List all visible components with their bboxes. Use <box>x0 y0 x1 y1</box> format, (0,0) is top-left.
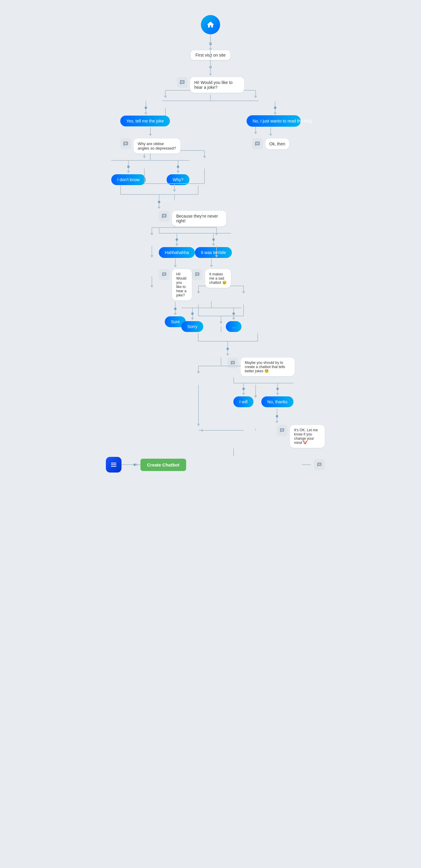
btn-create-chatbot[interactable]: Create Chatbot <box>140 459 186 471</box>
btn-no[interactable]: No, I just wanto to read the blog <box>247 115 301 127</box>
home-section <box>201 15 220 50</box>
create-chatbot-row: Create Chatbot <box>96 457 325 472</box>
after-reaction: Hi! Would you like to hear a joke? It <box>96 258 325 300</box>
bot-itsok-row: It's OK. Let me know if you change your … <box>277 425 325 448</box>
bot-icon-6 <box>192 269 203 280</box>
i-will-path <box>96 448 325 456</box>
first-visit-label: First visit on site <box>191 50 230 60</box>
bot-ok-bubble: Ok, then <box>265 138 290 149</box>
bot-icon-1 <box>177 77 188 88</box>
btn-yes[interactable]: Yes, tell me the joke <box>120 116 170 126</box>
bot-sad-row: It makes me a sad chatbot 😢 <box>192 269 231 288</box>
bot-icon-2 <box>120 138 131 149</box>
bot-itsok-bubble: It's OK. Let me know if you change your … <box>290 425 325 448</box>
bot-hi2-bubble: Hi! Would you like to hear a joke? <box>172 269 192 300</box>
converge-because: Because they're never right! <box>96 186 325 226</box>
branch-hi: Yes, tell me the joke No, I just wanto t… <box>96 94 325 127</box>
bot-icon-5 <box>159 269 170 280</box>
btn-no-thanks[interactable]: No, thanks <box>261 396 293 407</box>
bot-icon-3 <box>252 138 263 149</box>
bot-why-bubble: Why are obtise angles so depressed? <box>133 138 181 154</box>
bot-ok-row: Ok, then <box>252 138 290 149</box>
bot-because-bubble: Because they're never right! <box>172 211 226 226</box>
bot-hi2-row: Hi! Would you like to hear a joke? <box>159 269 192 300</box>
bot-hi-bubble: Hi! Would you like to hear a joke? <box>190 77 244 93</box>
home-icon[interactable] <box>201 15 220 34</box>
btn-i-will[interactable]: I will <box>233 396 254 407</box>
bot-icon-8 <box>277 425 288 436</box>
flowchart: First visit on site Hi! Would you like t… <box>96 12 325 856</box>
first-visit-text: First visit on site <box>191 50 230 60</box>
btn-why[interactable]: Why? <box>167 174 189 185</box>
sure-sorry-section: Sure Sorry <box>96 302 325 332</box>
maybe-branches: I will No, thanks <box>96 377 325 407</box>
because-branches: Hahhahahha It was terrbile <box>96 227 325 258</box>
post-choice-connectors: Why are obtise angles so depressed? Ok, … <box>96 127 325 154</box>
btn-ellipsis[interactable]: ... <box>226 321 241 332</box>
bot-why-row: Why are obtise angles so depressed? <box>120 138 181 154</box>
bot-hi-row: Hi! Would you like to hear a joke? <box>177 77 244 93</box>
bot-maybe-bubble: Maybe you should try to create a chatbot… <box>240 358 295 376</box>
btn-dont-know[interactable]: I don't know <box>111 174 145 185</box>
converge-maybe: Maybe you should try to create a chatbot… <box>96 333 325 376</box>
bot-icon-9 <box>314 459 325 470</box>
obtuse-branches: I don't know Why? <box>96 154 325 185</box>
agent-icon[interactable] <box>106 457 122 472</box>
bot-icon-4 <box>159 211 170 221</box>
btn-terrible[interactable]: It was terrbile <box>195 247 232 258</box>
bot-because-row: Because they're never right! <box>159 211 226 226</box>
bot-sad-bubble: It makes me a sad chatbot 😢 <box>205 269 231 288</box>
no-thanks-path: It's OK. Let me know if you change your … <box>96 408 325 448</box>
btn-sorry[interactable]: Sorry <box>181 321 203 332</box>
bot-maybe-row: Maybe you should try to create a chatbot… <box>227 358 295 376</box>
btn-haha[interactable]: Hahhahahha <box>159 247 195 258</box>
bot-icon-7 <box>227 358 238 368</box>
